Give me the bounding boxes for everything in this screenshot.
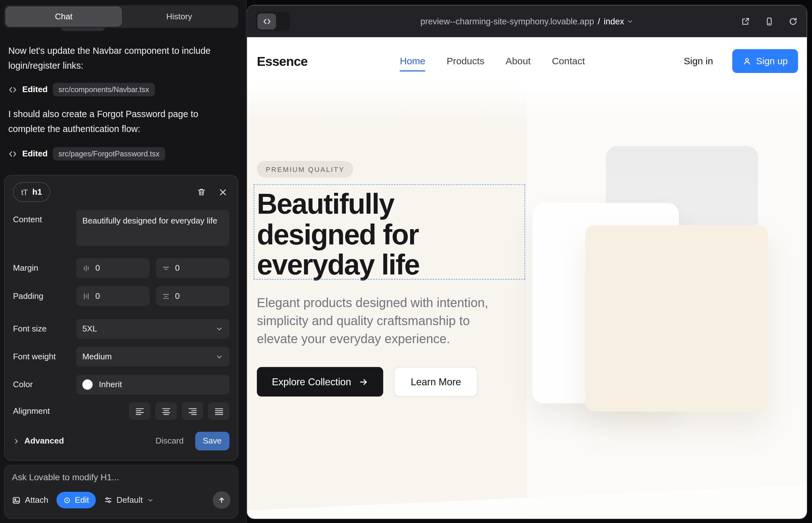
sign-in-link[interactable]: Sign in — [684, 55, 713, 67]
explore-collection-button[interactable]: Explore Collection — [257, 367, 383, 396]
edited-file-row[interactable]: Edited src/pages/ForgotPassword.tsx — [8, 146, 165, 161]
close-icon[interactable] — [218, 188, 227, 197]
premium-quality-badge: PREMIUM QUALITY — [257, 161, 353, 178]
margin-row: Margin 0 0 — [13, 258, 230, 278]
app-root: Chat History Now let's update the Navbar… — [0, 0, 812, 523]
target-icon — [63, 496, 71, 504]
tab-chat[interactable]: Chat — [6, 7, 122, 26]
chat-sidebar: Chat History Now let's update the Navbar… — [0, 0, 246, 523]
preview-window: preview--charming-site-symphony.lovable.… — [247, 5, 807, 519]
site-logo[interactable]: Essence — [257, 54, 307, 68]
padding-label: Padding — [13, 292, 76, 301]
font-size-label: Font size — [13, 324, 76, 333]
alignment-label: Alignment — [13, 407, 76, 416]
element-editor-panel: tT h1 Content Beautifully designed for e… — [4, 175, 238, 461]
edited-file-row[interactable]: Edited src/components/Navbar.tsx — [8, 82, 155, 97]
align-left-button[interactable] — [129, 402, 150, 420]
selected-element-chip[interactable]: tT h1 — [13, 182, 50, 202]
edited-label: Edited — [22, 85, 48, 94]
padding-y-input[interactable]: 0 — [156, 286, 229, 306]
margin-y-icon — [162, 264, 170, 272]
site-preview: Essence Home Products About Contact Sign… — [247, 37, 807, 519]
code-icon — [8, 149, 17, 158]
site-nav-links: Home Products About Contact — [400, 37, 585, 85]
margin-x-icon — [82, 264, 90, 272]
color-swatch — [82, 380, 93, 390]
user-icon — [743, 57, 752, 66]
content-row: Content Beautifully designed for everyda… — [13, 210, 230, 246]
font-weight-row: Font weight Medium — [13, 347, 230, 366]
send-button[interactable] — [213, 491, 231, 509]
chat-message: I should also create a Forgot Password p… — [8, 107, 211, 136]
content-input[interactable]: Beautifully designed for everyday life — [76, 210, 229, 246]
code-icon — [8, 85, 17, 94]
align-justify-button[interactable] — [208, 402, 229, 420]
arrow-right-icon — [359, 377, 368, 386]
padding-row: Padding 0 0 — [13, 286, 230, 306]
save-button[interactable]: Save — [195, 432, 230, 451]
refresh-icon[interactable] — [788, 16, 798, 26]
chevron-down-icon — [627, 18, 633, 24]
nav-link-home[interactable]: Home — [400, 55, 425, 72]
advanced-toggle[interactable]: Advanced — [13, 436, 64, 446]
margin-x-input[interactable]: 0 — [76, 258, 149, 278]
edited-label: Edited — [22, 149, 48, 158]
chat-message: Now let's update the Navbar component to… — [8, 43, 211, 73]
padding-y-icon — [162, 292, 170, 300]
edit-mode-button[interactable]: Edit — [57, 492, 96, 508]
site-navbar: Essence Home Products About Contact Sign… — [247, 37, 807, 85]
align-right-button[interactable] — [182, 402, 203, 420]
file-badge[interactable]: src/pages/ForgotPassword.tsx — [53, 147, 165, 161]
chevron-down-icon — [215, 325, 223, 333]
url-separator: / — [598, 16, 600, 26]
hero-description: Elegant products designed with intention… — [257, 294, 514, 348]
font-size-select[interactable]: 5XL — [76, 319, 229, 339]
attach-button[interactable]: Attach — [12, 495, 49, 505]
hero-cta-row: Explore Collection Learn More — [257, 367, 478, 396]
typography-icon: tT — [21, 188, 28, 197]
hero-heading[interactable]: Beautifully designed for everyday life — [257, 189, 518, 280]
open-external-icon[interactable] — [740, 16, 750, 26]
mobile-view-icon[interactable] — [764, 16, 774, 26]
sign-up-button[interactable]: Sign up — [732, 49, 798, 73]
font-size-row: Font size 5XL — [13, 319, 230, 339]
code-view-toggle[interactable] — [256, 12, 290, 31]
code-icon — [258, 13, 276, 30]
preview-url[interactable]: preview--charming-site-symphony.lovable.… — [420, 16, 633, 26]
font-weight-select[interactable]: Medium — [76, 347, 229, 366]
chevron-right-icon — [13, 438, 20, 445]
color-label: Color — [13, 380, 76, 389]
padding-x-icon — [82, 292, 90, 300]
trash-icon[interactable] — [197, 187, 206, 197]
editor-footer: Advanced Discard Save — [13, 432, 230, 451]
font-weight-label: Font weight — [13, 352, 76, 361]
margin-label: Margin — [13, 264, 76, 273]
composer-input[interactable] — [12, 473, 231, 483]
color-select[interactable]: Inherit — [76, 375, 229, 395]
discard-button[interactable]: Discard — [156, 436, 184, 446]
chat-composer: Attach Edit Default — [4, 465, 238, 519]
nav-link-about[interactable]: About — [506, 55, 531, 67]
nav-link-products[interactable]: Products — [446, 55, 484, 67]
learn-more-button[interactable]: Learn More — [394, 367, 478, 396]
image-icon — [12, 496, 21, 505]
align-center-button[interactable] — [156, 402, 177, 420]
margin-y-input[interactable]: 0 — [156, 258, 229, 278]
nav-link-contact[interactable]: Contact — [552, 55, 585, 67]
chevron-down-icon — [215, 353, 223, 361]
sidebar-tabs: Chat History — [4, 5, 238, 28]
content-label: Content — [13, 210, 76, 224]
element-tag: h1 — [32, 187, 42, 197]
file-badge[interactable]: src/components/Navbar.tsx — [53, 83, 155, 96]
url-path: index — [604, 16, 624, 26]
preview-topbar: preview--charming-site-symphony.lovable.… — [247, 5, 807, 37]
color-row: Color Inherit — [13, 375, 230, 395]
url-domain: preview--charming-site-symphony.lovable.… — [420, 16, 594, 26]
sliders-icon — [104, 496, 112, 504]
decorative-beige-card — [585, 225, 768, 412]
tab-history[interactable]: History — [122, 7, 236, 26]
editor-header: tT h1 — [13, 182, 230, 202]
padding-x-input[interactable]: 0 — [76, 286, 149, 306]
chevron-down-icon — [147, 497, 154, 503]
model-select[interactable]: Default — [104, 495, 154, 505]
